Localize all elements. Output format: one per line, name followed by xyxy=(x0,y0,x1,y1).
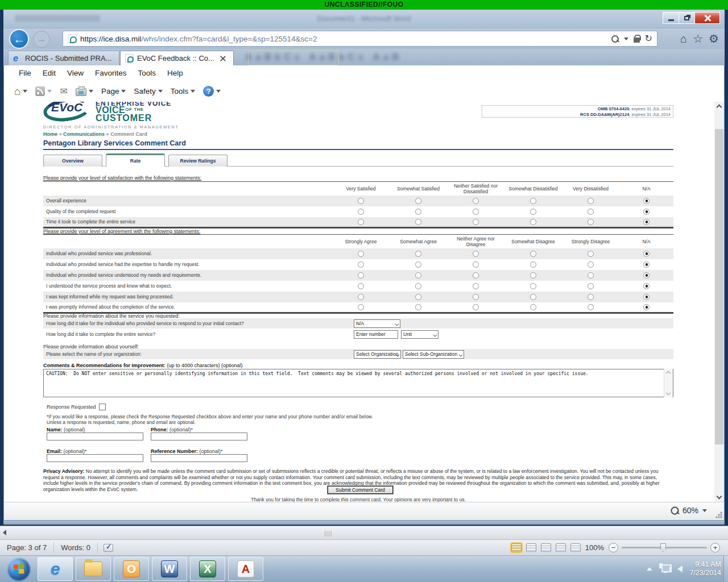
menu-favorites[interactable]: Favorites xyxy=(89,69,133,77)
response-requested-checkbox[interactable] xyxy=(99,404,106,410)
menu-help[interactable]: Help xyxy=(162,69,189,77)
zoom-dropdown-icon[interactable] xyxy=(702,509,707,512)
radio-button[interactable] xyxy=(588,304,594,310)
radio-button[interactable] xyxy=(530,219,536,225)
radio-button[interactable] xyxy=(588,209,594,215)
radio-button[interactable] xyxy=(588,294,594,300)
scroll-left-icon[interactable] xyxy=(3,530,6,535)
minimize-button[interactable] xyxy=(663,12,679,24)
radio-button[interactable] xyxy=(473,219,479,225)
print-layout-view-icon[interactable] xyxy=(511,543,522,552)
radio-button[interactable] xyxy=(415,261,421,268)
ie-titlebar[interactable]: Document1 - Microsoft Word xyxy=(3,10,725,28)
outline-view-icon[interactable] xyxy=(556,543,566,552)
radio-button-na-selected[interactable] xyxy=(643,251,650,257)
taskbar-word[interactable]: W xyxy=(152,557,187,581)
comments-textarea[interactable]: CAUTION: Do NOT enter sensitive or perso… xyxy=(43,369,673,397)
radio-button[interactable] xyxy=(358,294,364,300)
favorites-star-icon[interactable]: ☆ xyxy=(693,32,703,45)
radio-button-na-selected[interactable] xyxy=(643,209,650,215)
radio-button[interactable] xyxy=(473,304,479,310)
forward-button[interactable]: → xyxy=(33,31,50,48)
radio-button[interactable] xyxy=(358,219,364,225)
radio-button[interactable] xyxy=(415,294,421,300)
radio-button[interactable] xyxy=(358,283,364,289)
tab-rate[interactable]: Rate xyxy=(106,153,165,167)
url-field[interactable]: https://ice.disa.mil/whs/index.cfm?fa=ca… xyxy=(63,31,657,47)
draft-view-icon[interactable] xyxy=(570,543,581,552)
radio-button[interactable] xyxy=(473,283,479,289)
radio-button[interactable] xyxy=(588,219,594,225)
zoom-control[interactable]: 60% xyxy=(671,506,707,515)
radio-button[interactable] xyxy=(473,209,479,215)
help-button[interactable]: ? xyxy=(201,85,223,98)
tab-close-icon[interactable] xyxy=(219,55,227,63)
restore-button[interactable] xyxy=(679,12,695,24)
radio-button-na-selected[interactable] xyxy=(643,198,650,204)
tab-review-ratings[interactable]: Review Ratings xyxy=(168,155,228,167)
radio-button[interactable] xyxy=(588,272,594,278)
radio-button[interactable] xyxy=(473,251,479,257)
taskbar-excel[interactable]: X xyxy=(190,557,225,581)
menu-edit[interactable]: Edit xyxy=(37,69,61,77)
refresh-icon[interactable]: ↻ xyxy=(645,34,652,43)
radio-button[interactable] xyxy=(358,304,364,310)
duration-unit-select[interactable]: Unit xyxy=(401,330,439,339)
radio-button[interactable] xyxy=(530,209,536,215)
taskbar-adobe-reader[interactable]: A xyxy=(228,557,263,581)
show-desktop-button[interactable] xyxy=(723,556,728,582)
radio-button-na-selected[interactable] xyxy=(643,272,650,278)
radio-button[interactable] xyxy=(358,272,364,278)
word-page-count[interactable]: Page: 3 of 7 xyxy=(0,542,54,554)
settings-gear-icon[interactable]: ⚙ xyxy=(709,32,719,45)
hidden-icons-arrow[interactable] xyxy=(647,567,652,571)
menu-tools[interactable]: Tools xyxy=(133,69,162,77)
print-button[interactable] xyxy=(73,85,96,97)
speaker-icon[interactable] xyxy=(677,566,682,572)
scrollbar-thumb[interactable] xyxy=(715,129,723,444)
tools-menu-button[interactable]: Tools xyxy=(168,86,198,97)
taskbar-internet-explorer[interactable]: e xyxy=(38,557,73,581)
tab-evoc-feedback[interactable]: EVoC Feedback :: Co... xyxy=(120,51,234,65)
radio-button[interactable] xyxy=(358,251,364,257)
radio-button[interactable] xyxy=(415,198,421,204)
zoom-in-button[interactable]: + xyxy=(710,543,720,552)
radio-button-na-selected[interactable] xyxy=(643,219,650,225)
menu-view[interactable]: View xyxy=(61,69,89,77)
word-horizontal-scrollbar[interactable]: |||| xyxy=(0,526,728,540)
submit-comment-card-button[interactable]: Submit Comment Card xyxy=(328,486,393,494)
breadcrumb-home-link[interactable]: Home xyxy=(43,131,57,137)
radio-button-na-selected[interactable] xyxy=(643,294,650,300)
scroll-up-icon[interactable] xyxy=(717,105,722,110)
web-layout-view-icon[interactable] xyxy=(541,543,551,552)
radio-button[interactable] xyxy=(588,198,594,204)
radio-button[interactable] xyxy=(530,198,536,204)
clock[interactable]: 9:41 AM 7/23/2014 xyxy=(689,560,721,577)
duration-number-input[interactable]: Enter number xyxy=(354,330,398,339)
breadcrumb-communications-link[interactable]: Communications xyxy=(63,131,105,137)
radio-button[interactable] xyxy=(588,261,594,268)
radio-button[interactable] xyxy=(415,272,421,278)
radio-button[interactable] xyxy=(358,209,364,215)
reference-number-input[interactable] xyxy=(151,454,247,462)
tab-overview[interactable]: Overview xyxy=(43,155,102,167)
radio-button[interactable] xyxy=(415,209,421,215)
radio-button[interactable] xyxy=(358,261,364,268)
radio-button-na-selected[interactable] xyxy=(643,304,650,310)
radio-button[interactable] xyxy=(530,272,536,278)
radio-button-na-selected[interactable] xyxy=(643,283,650,289)
search-icon[interactable] xyxy=(611,35,619,43)
radio-button[interactable] xyxy=(530,304,536,310)
close-button[interactable] xyxy=(694,12,720,24)
radio-button[interactable] xyxy=(415,283,421,289)
zoom-out-button[interactable]: − xyxy=(609,543,618,552)
radio-button[interactable] xyxy=(415,304,421,310)
resize-grip[interactable] xyxy=(715,512,722,518)
taskbar-outlook[interactable]: O xyxy=(114,557,149,581)
radio-button[interactable] xyxy=(473,294,479,300)
zoom-track[interactable] xyxy=(622,547,707,548)
back-button[interactable]: ← xyxy=(9,29,29,49)
word-zoom-level[interactable]: 100% xyxy=(585,543,604,552)
zoom-thumb[interactable] xyxy=(660,543,666,552)
search-dropdown-icon[interactable] xyxy=(624,38,628,40)
